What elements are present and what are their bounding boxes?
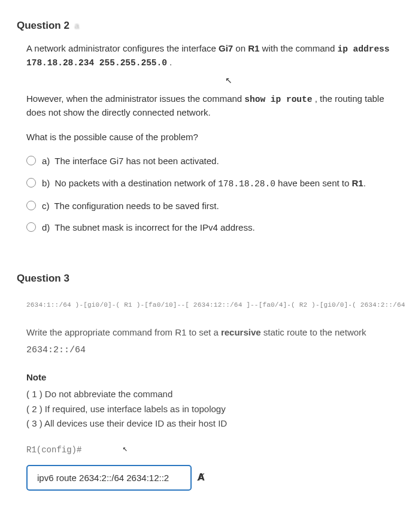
q2-interface: Gi7 <box>219 43 233 53</box>
question-2-body: A network administrator configures the i… <box>26 42 395 235</box>
option-label: a) <box>42 156 50 166</box>
option-text: The subnet mask is incorrect for the IPv… <box>54 222 255 232</box>
option-text-pre: No packets with a destination network of <box>55 178 219 188</box>
spellcheck-icon[interactable]: A̸ <box>198 471 205 485</box>
q3-instr-r1: R1 <box>175 327 186 337</box>
option-label: b) <box>42 178 50 188</box>
q3-cli-prompt: R1(config)# ↖ <box>26 444 395 457</box>
option-text-post: have been sent to <box>275 178 352 188</box>
q2-prompt: What is the possible cause of the proble… <box>26 131 395 144</box>
q3-instr-mid: to set a <box>186 327 221 337</box>
cursor-icon-2: ↖ <box>123 443 128 455</box>
q3-instr-tail: static route to the network <box>261 327 366 337</box>
q3-instr-pre: Write the appropriate command from <box>26 327 175 337</box>
option-bold: R1 <box>352 178 363 188</box>
q2-option-a[interactable]: a) The interface Gi7 has not been activa… <box>26 155 395 168</box>
q3-title-text: Question 3 <box>17 273 69 284</box>
q2-period1: . <box>167 57 172 67</box>
q2-however-prefix: However, when the administrator issues t… <box>26 93 244 104</box>
option-text: The interface Gi7 has not been activated… <box>54 156 219 166</box>
q2-command-2: show ip route <box>244 95 312 104</box>
radio-icon[interactable] <box>26 156 36 165</box>
question-2-title: Question 2 a <box>17 18 395 34</box>
option-label: d) <box>42 222 50 232</box>
option-label: c) <box>42 201 50 211</box>
q3-title-suffix <box>75 274 77 283</box>
answer-input-container[interactable] <box>26 465 192 491</box>
q2-title-text: Question 2 <box>17 20 69 31</box>
q3-note-3: ( 3 ) All devices use their device ID as… <box>26 417 395 431</box>
q3-note-2: ( 2 ) If required, use interface labels … <box>26 403 395 416</box>
question-3-title: Question 3 <box>17 271 395 286</box>
q2-option-b[interactable]: b) No packets with a destination network… <box>26 177 395 191</box>
answer-input[interactable] <box>36 472 182 483</box>
q2-options: a) The interface Gi7 has not been activa… <box>26 155 395 234</box>
q3-instr-recursive: recursive <box>221 327 261 337</box>
q3-topology: 2634:1::/64 )-[gi0/0]-( R1 )-[fa0/10]--[… <box>26 300 395 310</box>
q2-intro-tail: with the command <box>259 43 337 53</box>
q2-option-c[interactable]: c) The configuration needs to be saved f… <box>26 200 395 213</box>
question-3-body: 2634:1::/64 )-[gi0/0]-( R1 )-[fa0/10]--[… <box>26 300 395 491</box>
q2-intro: A network administrator configures the i… <box>26 42 395 71</box>
q2-router: R1 <box>248 43 259 53</box>
radio-icon[interactable] <box>26 222 36 232</box>
q3-target-network: 2634:2::/64 <box>26 344 395 358</box>
q2-title-suffix: a <box>75 21 80 31</box>
q3-note-title: Note <box>26 371 395 385</box>
prompt-text: R1(config)# <box>26 445 81 455</box>
q2-intro-prefix: A network administrator configures the i… <box>26 43 219 53</box>
option-text: The configuration needs to be saved firs… <box>54 201 219 211</box>
q3-note-1: ( 1 ) Do not abbreviate the command <box>26 388 395 401</box>
option-code: 178.18.28.0 <box>218 179 275 189</box>
radio-icon[interactable] <box>26 201 36 210</box>
q2-intro-mid: on <box>233 43 248 53</box>
q2-however: However, when the administrator issues t… <box>26 92 395 120</box>
option-tail: . <box>363 178 366 188</box>
q2-option-d[interactable]: d) The subnet mask is incorrect for the … <box>26 221 395 235</box>
q3-instruction: Write the appropriate command from R1 to… <box>26 326 395 340</box>
radio-icon[interactable] <box>26 178 36 188</box>
cursor-icon-1: ↖ <box>62 75 395 89</box>
